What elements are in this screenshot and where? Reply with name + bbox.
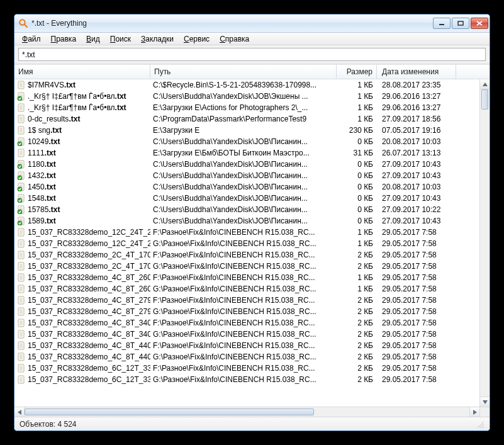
svg-rect-129 bbox=[18, 364, 24, 372]
table-row[interactable]: 15_037_RC83328demo_6C_12T_3300...F:\Разн… bbox=[14, 363, 479, 374]
svg-point-13 bbox=[18, 96, 22, 101]
file-synced-icon bbox=[17, 205, 26, 214]
minimize-button[interactable] bbox=[433, 18, 451, 29]
cell-name: 15_037_RC83328demo_4C_8T_2600_I... bbox=[14, 284, 150, 293]
cell-date: 27.09.2017 10:43 bbox=[377, 171, 456, 180]
status-objects-label: Объектов: bbox=[20, 420, 55, 429]
svg-point-58 bbox=[18, 198, 22, 203]
file-name-label: 15_037_RC83328demo_2C_4T_1700_... bbox=[28, 251, 150, 259]
cell-date: 29.05.2017 7:58 bbox=[377, 341, 456, 350]
svg-point-68 bbox=[18, 221, 22, 225]
file-name-label: 1589.txt bbox=[28, 217, 56, 225]
table-row[interactable]: 15_037_RC83328demo_2C_4T_1700_...F:\Разн… bbox=[14, 249, 479, 261]
scroll-right-icon[interactable] bbox=[469, 407, 479, 417]
table-row[interactable]: 15_037_RC83328demo_4C_8T_4400_I...G:\Раз… bbox=[14, 351, 479, 363]
file-name-label: 1450.txt bbox=[28, 183, 56, 191]
table-row[interactable]: 1180.txtC:\Users\Buddha\YandexDisk\JOB\П… bbox=[14, 159, 479, 170]
menu-item-поиск[interactable]: Поиск bbox=[106, 34, 135, 44]
vertical-scrollbar[interactable] bbox=[479, 79, 490, 407]
table-row[interactable]: 15_037_RC83328demo_4C_8T_4400_I...F:\Раз… bbox=[14, 340, 479, 351]
vscroll-thumb[interactable] bbox=[481, 89, 488, 110]
svg-rect-3 bbox=[458, 21, 463, 25]
table-row[interactable]: 1111.txtE:\Загрузки E\Бмб\БОТЫ Биткоин М… bbox=[14, 147, 479, 159]
titlebar[interactable]: *.txt - Everything bbox=[14, 14, 490, 33]
cell-date: 29.05.2017 7:58 bbox=[377, 273, 456, 282]
svg-rect-104 bbox=[18, 308, 24, 315]
svg-point-63 bbox=[18, 210, 22, 214]
table-row[interactable]: 1548.txtC:\Users\Buddha\YandexDisk\JOB\П… bbox=[14, 193, 479, 204]
column-header-size[interactable]: Размер bbox=[337, 65, 377, 79]
scroll-left-icon[interactable] bbox=[14, 407, 25, 417]
cell-date: 29.05.2017 7:58 bbox=[377, 307, 456, 316]
cell-size: 2 КБ bbox=[337, 375, 377, 384]
text-file-icon bbox=[17, 330, 26, 339]
svg-rect-74 bbox=[18, 240, 24, 247]
file-name-label: 15_037_RC83328demo_4C_8T_4400_I... bbox=[28, 352, 150, 361]
cell-name: 15_037_RC83328demo_6C_12T_3300... bbox=[14, 364, 150, 373]
menu-item-закладки[interactable]: Закладки bbox=[137, 34, 177, 44]
hscroll-track[interactable] bbox=[25, 407, 469, 417]
menu-item-вид[interactable]: Вид bbox=[82, 34, 104, 44]
table-row[interactable]: 1589.txtC:\Users\Buddha\YandexDisk\JOB\П… bbox=[14, 215, 479, 227]
svg-rect-109 bbox=[18, 319, 24, 327]
table-row[interactable]: 1450.txtC:\Users\Buddha\YandexDisk\JOB\П… bbox=[14, 181, 479, 193]
table-row[interactable]: 0-dc_results.txtC:\ProgramData\Passmark\… bbox=[14, 113, 479, 125]
column-header-spacer bbox=[456, 65, 490, 79]
column-header-path[interactable]: Путь bbox=[150, 65, 337, 79]
cell-name: 15_037_RC83328demo_4C_8T_2790_... bbox=[14, 296, 150, 305]
cell-size: 2 КБ bbox=[337, 341, 377, 350]
close-button[interactable] bbox=[471, 18, 488, 29]
table-row[interactable]: 1432.txtC:\Users\Buddha\YandexDisk\JOB\П… bbox=[14, 170, 479, 181]
resize-grip-icon[interactable] bbox=[476, 420, 484, 429]
menu-item-справка[interactable]: Справка bbox=[216, 34, 253, 44]
table-row[interactable]: 15_037_RC83328demo_12C_24T_266...F:\Разн… bbox=[14, 227, 479, 238]
table-row[interactable]: ._Kr§† I‡£ar¶†вм Ѓа•б•вл.txtE:\Загрузки … bbox=[14, 102, 479, 113]
table-row[interactable]: 15_037_RC83328demo_12C_24T_266...G:\Разн… bbox=[14, 238, 479, 249]
table-row[interactable]: 15_037_RC83328demo_2C_4T_1700_...G:\Разн… bbox=[14, 261, 479, 272]
file-name-label: 15_037_RC83328demo_6C_12T_3300... bbox=[28, 364, 150, 373]
table-row[interactable]: 15_037_RC83328demo_4C_8T_2790_...G:\Разн… bbox=[14, 306, 479, 317]
cell-date: 26.07.2017 13:13 bbox=[377, 149, 456, 157]
column-header-date[interactable]: Дата изменения bbox=[377, 65, 456, 79]
menu-item-правка[interactable]: Правка bbox=[47, 34, 81, 44]
file-name-label: 10249.txt bbox=[28, 137, 60, 146]
maximize-button[interactable] bbox=[452, 18, 469, 29]
column-header-name[interactable]: Имя bbox=[14, 65, 150, 79]
text-file-icon bbox=[17, 375, 26, 384]
menu-item-сервис[interactable]: Сервис bbox=[180, 34, 213, 44]
table-row[interactable]: 15_037_RC83328demo_4C_8T_2600_I...F:\Раз… bbox=[14, 272, 479, 283]
cell-path: C:\Users\Buddha\YandexDisk\JOB\Писанин..… bbox=[150, 183, 337, 191]
table-row[interactable]: 15_037_RC83328demo_4C_8T_3400_...G:\Разн… bbox=[14, 329, 479, 340]
cell-name: $I7MR4VS.txt bbox=[14, 81, 150, 89]
vscroll-track[interactable] bbox=[480, 89, 490, 397]
text-file-icon bbox=[17, 103, 26, 112]
cell-date: 29.05.2017 7:58 bbox=[377, 251, 456, 259]
file-name-label: 15_037_RC83328demo_6C_12T_3300... bbox=[28, 375, 150, 384]
cell-path: G:\Разное\Fix&Info\CINEBENCH R15.038_RC.… bbox=[150, 330, 337, 339]
hscroll-thumb[interactable] bbox=[25, 408, 314, 415]
cell-size: 0 КБ bbox=[337, 217, 377, 225]
text-file-icon bbox=[17, 307, 26, 316]
menu-item-файл[interactable]: Файл bbox=[18, 34, 45, 44]
search-input[interactable] bbox=[18, 48, 486, 61]
results-list: Имя Путь Размер Дата изменения $I7MR4VS.… bbox=[14, 64, 490, 417]
table-row[interactable]: 15_037_RC83328demo_4C_8T_3400_...F:\Разн… bbox=[14, 317, 479, 329]
table-row[interactable]: 15785.txtC:\Users\Buddha\YandexDisk\JOB\… bbox=[14, 204, 479, 215]
scroll-down-icon[interactable] bbox=[480, 397, 490, 407]
table-row[interactable]: ._Kr§† I‡£ar¶†вм Ѓа•б•вл.txtC:\Users\Bud… bbox=[14, 91, 479, 102]
svg-rect-69 bbox=[18, 228, 24, 236]
table-row[interactable]: 15_037_RC83328demo_6C_12T_3300...G:\Разн… bbox=[14, 374, 479, 385]
horizontal-scrollbar[interactable] bbox=[14, 407, 479, 417]
cell-path: G:\Разное\Fix&Info\CINEBENCH R15.038_RC.… bbox=[150, 262, 337, 271]
table-row[interactable]: 15_037_RC83328demo_4C_8T_2790_...F:\Разн… bbox=[14, 295, 479, 306]
cell-path: F:\Разное\Fix&Info\CINEBENCH R15.038_RC.… bbox=[150, 251, 337, 259]
scroll-up-icon[interactable] bbox=[480, 79, 490, 89]
table-row[interactable]: 1$ sng.txtE:\Загрузки E230 КБ07.05.2017 … bbox=[14, 125, 479, 136]
table-row[interactable]: $I7MR4VS.txtC:\$Recycle.Bin\S-1-5-21-205… bbox=[14, 79, 479, 91]
menubar: ФайлПравкаВидПоискЗакладкиСервисСправка bbox=[14, 33, 490, 45]
table-row[interactable]: 10249.txtC:\Users\Buddha\YandexDisk\JOB\… bbox=[14, 136, 479, 147]
table-row[interactable]: 15_037_RC83328demo_4C_8T_2600_I...G:\Раз… bbox=[14, 283, 479, 295]
cell-path: C:\Users\Buddha\YandexDisk\JOB\Писанин..… bbox=[150, 160, 337, 169]
cell-path: C:\Users\Buddha\YandexDisk\JOB\Экшены ..… bbox=[150, 92, 337, 101]
file-name-label: 1432.txt bbox=[28, 171, 56, 180]
